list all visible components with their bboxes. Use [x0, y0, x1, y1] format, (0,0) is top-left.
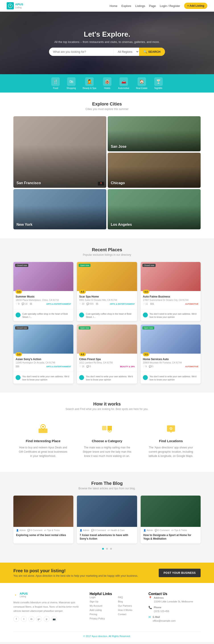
email-icon: ✉ [148, 616, 151, 619]
footer-link-signup[interactable]: Sign Up [90, 600, 113, 603]
cat-shopping[interactable]: 🛍 Shopping [66, 77, 76, 90]
svg-point-1 [10, 6, 11, 7]
cat-nightlife[interactable]: 🍸 Nightlife [154, 77, 163, 90]
city-los-angeles[interactable]: Los Angeles [108, 189, 201, 229]
instagram-icon[interactable]: 📷 [51, 616, 57, 622]
place-meta-2: ♡ 20 💬 555 $$ ARTS & ENTERTAINMENT [79, 303, 135, 305]
helpful-links-col2: FAQ Blog Our Partners How it Works Conta… [118, 596, 142, 620]
city-san-jose[interactable]: San Jose [108, 116, 201, 151]
how-step-3: Find Locations The 'Apus directions' app… [141, 421, 201, 458]
place-card-auto-fatme[interactable]: Closed now 4.0 Auto Fatme Business 17007… [141, 262, 201, 321]
google-plus-icon[interactable]: g+ [36, 616, 42, 622]
footer-link-privacy[interactable]: Privacy Policy [90, 617, 113, 620]
place-cat-6: AUTOMOTIVE [185, 366, 198, 368]
logo[interactable]: APUS Listing [7, 2, 23, 10]
place-meta-4: $$$ ARTS & ENTERTAINMENT [16, 365, 71, 368]
blog-dot-3[interactable] [110, 548, 112, 550]
logo-text: APUS [15, 3, 23, 6]
logo-subtitle: Listing [15, 6, 23, 9]
place-img-asian: Closed now 3.0 [13, 324, 73, 354]
place-title-2: Scar Spa Home [79, 295, 117, 298]
place-badge-2: Open now [79, 264, 91, 267]
cta-description: You are not alone. Apus direction is the… [13, 574, 138, 578]
cat-beauty[interactable]: 💆 Beauty & Spa [83, 77, 96, 90]
place-avatar-2 [79, 312, 84, 318]
footer-link-faq[interactable]: FAQ [118, 596, 142, 598]
footer-link-login[interactable]: Login [90, 596, 113, 598]
add-listing-button[interactable]: + Add Listing [184, 3, 207, 9]
automotive-icon: 🚗 [119, 77, 128, 86]
post-business-button[interactable]: POST YOUR BUSINESS [159, 569, 201, 577]
city-san-francisco[interactable]: 📍 San Francisco [13, 116, 106, 188]
place-card-home-services[interactable]: Open now 3.5 Home Services Auto 20869 Mo… [141, 324, 201, 384]
footer-link-contact[interactable]: Contact [118, 613, 142, 616]
city-chicago[interactable]: Chicago [108, 153, 201, 188]
blog-img-1 [13, 496, 73, 527]
blog-title-1: Exploring some of the best rental cities [13, 532, 73, 540]
search-input[interactable] [49, 48, 113, 56]
blog-card-2[interactable]: 👤 Admin 💬 0 Comment 🏷 Health & Care 7 As… [77, 496, 137, 544]
nav-page[interactable]: Page [149, 4, 156, 8]
footer-link-partners[interactable]: Our Partners [118, 604, 142, 607]
blog-title: From The Blog [13, 481, 201, 486]
nav-explore[interactable]: Explore [121, 4, 131, 8]
nav-login[interactable]: Login / Register [160, 4, 180, 8]
blog-card-1[interactable]: 👤 Admin 💬 0 Comment 🏷 Tips & Tricks Expl… [13, 496, 73, 544]
footer-logo: APUS Listing [13, 592, 83, 598]
how-step-2: Choose a Category The mate was a mighty … [77, 421, 137, 458]
cat-food[interactable]: 🍴 Food [51, 77, 60, 90]
pinterest-icon[interactable]: p [44, 616, 49, 622]
region-select[interactable]: All Regions [113, 48, 139, 56]
blog-dot-1[interactable] [102, 548, 104, 550]
contact-address-text: Address 13249 Little Lonsdale St, Melbou… [154, 596, 193, 603]
how-title: How it works [13, 402, 201, 406]
hero-section: Let's Explore. All the top locations – f… [0, 12, 214, 74]
place-addr-1: 18034 Plaza Marketplace, Chino, CA 91710 [16, 299, 59, 301]
place-title-1: Summer Music [16, 295, 59, 298]
recent-title: Recent Places [13, 247, 201, 252]
place-desc-4: You don't need to write your own address… [22, 375, 71, 381]
footer-link-add-listing[interactable]: Add Listing [90, 609, 113, 611]
place-title-4: Asian Sony's Action [16, 358, 71, 361]
place-addr-4: 11045 Huntington Dr Arcadia, CA 91746 [16, 362, 71, 364]
place-card-summer-music[interactable]: Closed now 3.5 Summer Music 18034 Plaza … [13, 262, 73, 321]
blog-card-3[interactable]: 👤 Admin 💬 0 Comment 🏷 Tips & Tricks How … [141, 496, 201, 544]
nav-listings[interactable]: Listings [135, 4, 145, 8]
place-card-scar-spa[interactable]: Open now 4.5 Scar Spa Home 9991 Sutter E… [77, 262, 137, 321]
footer-link-blog[interactable]: Blog [118, 600, 142, 603]
hero-title: Let's Explore. [49, 30, 165, 38]
search-button[interactable]: 🔍 SEARCH [139, 48, 165, 56]
facebook-icon[interactable]: f [13, 616, 19, 622]
search-bar: All Regions 🔍 SEARCH [49, 48, 165, 56]
place-img-home: Open now 3.5 [141, 324, 201, 354]
city-new-york[interactable]: New York [13, 189, 106, 229]
footer-link-account[interactable]: My Account [90, 604, 113, 607]
cat-automotive[interactable]: 🚗 Automotive [118, 77, 129, 90]
svg-rect-6 [102, 426, 107, 430]
footer-link-pricing[interactable]: Pricing [90, 613, 113, 616]
city-la-label: Los Angeles [111, 223, 132, 227]
blog-dot-2[interactable] [106, 548, 108, 550]
cat-realestate[interactable]: 🏠 Real Estate [136, 77, 148, 90]
place-meta-3: ♡ 11 $$$ AUTOMOTIVE [143, 303, 198, 305]
how-step-2-text: The mate was a mighty sailing man the Sk… [83, 446, 131, 458]
footer-logo-text: APUS [20, 592, 28, 595]
nav-home[interactable]: Home [110, 4, 117, 8]
place-title-3: Auto Fatme Business [143, 295, 189, 298]
twitter-icon[interactable]: t [21, 616, 27, 622]
place-desc-5: You don't need to write your own address… [86, 375, 135, 381]
footer-contact: Contact Us 📍 Address 13249 Little Lonsda… [148, 592, 201, 625]
place-title-5: Cities Finest Spa [79, 358, 135, 361]
place-addr-6: 20869 Mountain Air Fontana, CA 91744 [143, 362, 198, 364]
cat-hotels[interactable]: 🏨 Hotels [103, 77, 111, 90]
linkedin-icon[interactable]: in [28, 616, 34, 622]
place-card-cities-spa[interactable]: Open now 4.0 Cities Finest Spa 1611 Lamb… [77, 324, 137, 384]
explore-subtitle: Cities you must explore this summer [13, 108, 201, 111]
place-meta-6: ♡ 9 💬 5 AUTOMOTIVE [143, 365, 198, 368]
helpful-links-title: Helpful Links [90, 592, 142, 596]
place-rating-5: 4.0 [79, 352, 86, 356]
footer-link-how-works[interactable]: How it Works [118, 609, 142, 611]
place-cat-5: BEAUTY & SPA [120, 366, 135, 368]
place-card-asian-sony[interactable]: Closed now 3.0 Asian Sony's Action 11045… [13, 324, 73, 384]
contact-title: Contact Us [148, 592, 201, 596]
